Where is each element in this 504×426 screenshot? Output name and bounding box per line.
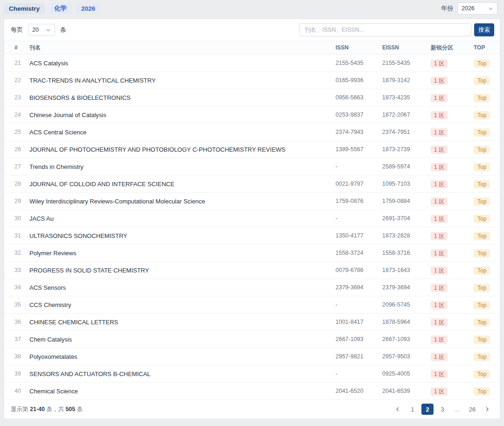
table-row: 21 ACS Catalysis 2155-5435 2155-5435 1 区… xyxy=(4,55,500,72)
row-number: 33 xyxy=(14,267,29,273)
eissn-value: 0925-4005 xyxy=(382,370,431,377)
pagination-next-button[interactable] xyxy=(481,404,493,415)
row-number: 39 xyxy=(14,370,29,377)
row-number: 30 xyxy=(14,215,29,222)
top-badge: Top xyxy=(474,232,490,240)
year-select-value: 2026 xyxy=(462,5,475,12)
pagination-page-1[interactable]: 1 xyxy=(406,404,419,415)
journal-name: ACS Sensors xyxy=(29,284,336,291)
zone-badge: 1 区 xyxy=(431,59,448,68)
top-bar: Chemistry 化学 2026 年份 2026 xyxy=(0,0,504,17)
year-label: 年份 xyxy=(441,4,453,13)
pagination-page-3[interactable]: 3 xyxy=(436,404,448,415)
journal-table-card: 每页 20 条 搜索 # 刊名 ISSN EISSN 新锐分区 TOP 21 A… xyxy=(4,19,500,419)
col-top: TOP xyxy=(474,44,500,51)
chevron-down-icon xyxy=(488,6,493,11)
tab-chemistry-cn[interactable]: 化学 xyxy=(49,3,72,14)
eissn-value: 1872-2067 xyxy=(382,112,431,118)
issn-value: 0956-5663 xyxy=(336,94,382,101)
table-row: 34 ACS Sensors 2379-3694 2379-3694 1 区 T… xyxy=(4,279,500,296)
table-header: # 刊名 ISSN EISSN 新锐分区 TOP xyxy=(4,41,500,55)
top-badge: Top xyxy=(474,77,490,85)
zone-badge: 1 区 xyxy=(431,146,448,154)
issn-value: 1389-5567 xyxy=(336,146,382,153)
issn-value: 2374-7943 xyxy=(336,129,382,135)
top-badge: Top xyxy=(474,59,490,68)
row-number: 25 xyxy=(14,129,29,135)
top-badge: Top xyxy=(474,318,490,327)
top-badge: Top xyxy=(474,387,490,396)
eissn-value: 2096-5745 xyxy=(382,301,431,308)
top-badge: Top xyxy=(474,180,490,189)
issn-value: 0165-9936 xyxy=(336,77,382,84)
zone-badge: 1 区 xyxy=(431,249,448,258)
issn-value: 2667-1093 xyxy=(336,336,382,342)
showing-total: 505 xyxy=(65,406,75,412)
col-zone: 新锐分区 xyxy=(431,44,474,52)
table-row: 32 Polymer Reviews 1558-3724 1558-3716 1… xyxy=(4,244,500,262)
tab-chemistry[interactable]: Chemistry xyxy=(4,3,45,14)
eissn-value: 2374-7951 xyxy=(382,129,431,135)
col-issn: ISSN xyxy=(336,44,382,51)
top-badge: Top xyxy=(474,266,490,275)
top-badge: Top xyxy=(474,146,490,154)
row-number: 40 xyxy=(14,388,29,394)
pagination-page-26[interactable]: 26 xyxy=(466,404,478,415)
row-number: 27 xyxy=(14,163,29,170)
showing-range: 21-40 xyxy=(30,406,45,412)
row-number: 38 xyxy=(14,353,29,360)
zone-badge: 1 区 xyxy=(431,387,448,396)
table-row: 28 JOURNAL OF COLLOID AND INTERFACE SCIE… xyxy=(4,175,500,193)
table-body: 21 ACS Catalysis 2155-5435 2155-5435 1 区… xyxy=(4,55,500,400)
table-row: 33 PROGRESS IN SOLID STATE CHEMISTRY 007… xyxy=(4,262,500,279)
zone-badge: 1 区 xyxy=(431,301,448,309)
zone-badge: 1 区 xyxy=(431,163,448,171)
journal-name: ACS Catalysis xyxy=(29,60,336,67)
eissn-value: 1095-7103 xyxy=(382,181,431,187)
journal-name: JOURNAL OF COLLOID AND INTERFACE SCIENCE xyxy=(29,181,336,188)
journal-name: JACS Au xyxy=(29,215,336,222)
journal-name: TRAC-TRENDS IN ANALYTICAL CHEMISTRY xyxy=(29,77,336,84)
search-input[interactable] xyxy=(300,23,471,36)
showing-summary: 显示第 21-40 条，共 505 条 xyxy=(11,405,83,413)
year-select[interactable]: 2026 xyxy=(457,2,497,14)
table-row: 38 Polyoxometalates 2957-9821 2957-9503 … xyxy=(4,348,500,365)
issn-value: 1001-8417 xyxy=(336,319,382,325)
eissn-value: 1879-3142 xyxy=(382,77,431,84)
journal-name: BIOSENSORS & BIOELECTRONICS xyxy=(29,94,336,101)
top-badge: Top xyxy=(474,335,490,344)
zone-badge: 1 区 xyxy=(431,335,448,344)
tab-year-2026[interactable]: 2026 xyxy=(76,3,100,14)
issn-value: 2155-5435 xyxy=(336,60,382,66)
per-page-value: 20 xyxy=(32,27,39,33)
zone-badge: 1 区 xyxy=(431,215,448,223)
zone-badge: 1 区 xyxy=(431,128,448,137)
journal-name: SENSORS AND ACTUATORS B-CHEMICAL xyxy=(29,370,336,377)
table-row: 22 TRAC-TRENDS IN ANALYTICAL CHEMISTRY 0… xyxy=(4,72,500,89)
search-button[interactable]: 搜索 xyxy=(474,23,494,36)
eissn-value: 1878-5964 xyxy=(382,319,431,325)
per-page-label: 每页 xyxy=(11,26,23,34)
table-row: 24 Chinese Journal of Catalysis 0253-983… xyxy=(4,106,500,124)
eissn-value: 2667-1093 xyxy=(382,336,431,342)
per-page-select[interactable]: 20 xyxy=(28,24,55,36)
showing-prefix: 显示第 xyxy=(11,406,30,412)
journal-name: ACS Central Science xyxy=(29,129,336,136)
row-number: 22 xyxy=(14,77,29,84)
row-number: 28 xyxy=(14,181,29,187)
row-number: 34 xyxy=(14,284,29,291)
table-row: 30 JACS Au - 2691-3704 1 区 Top xyxy=(4,210,500,227)
journal-name: Chemical Science xyxy=(29,388,336,395)
top-badge: Top xyxy=(474,353,490,361)
table-row: 35 CCS Chemistry - 2096-5745 1 区 Top xyxy=(4,296,500,314)
journal-name: ULTRASONICS SONOCHEMISTRY xyxy=(29,232,336,239)
pagination-page-2[interactable]: 2 xyxy=(421,404,434,415)
journal-name: Polymer Reviews xyxy=(29,250,336,257)
row-number: 24 xyxy=(14,112,29,118)
eissn-value: 1873-1643 xyxy=(382,267,431,273)
issn-value: - xyxy=(336,215,382,222)
zone-badge: 1 区 xyxy=(431,197,448,206)
category-tabs: Chemistry 化学 2026 xyxy=(4,3,100,14)
pagination-prev-button[interactable] xyxy=(392,404,404,415)
eissn-value: 2691-3704 xyxy=(382,215,431,222)
